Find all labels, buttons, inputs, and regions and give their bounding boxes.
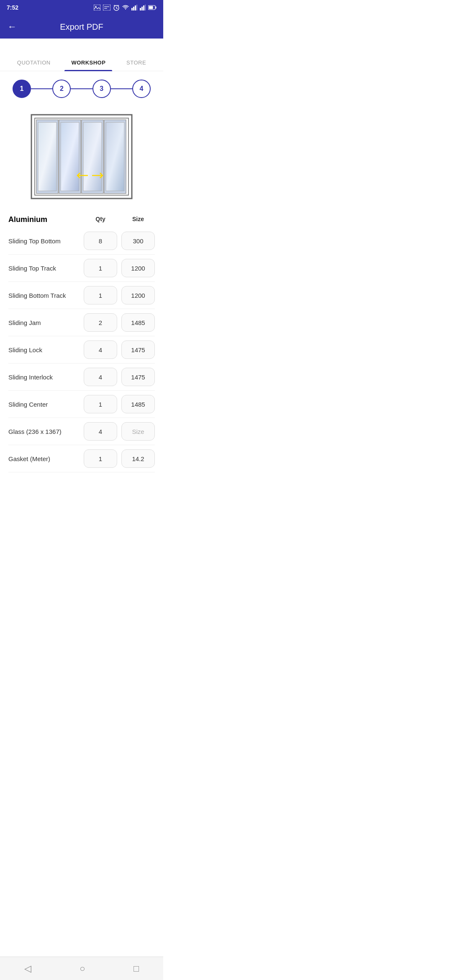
signal-icon-1 <box>131 5 137 10</box>
svg-rect-11 <box>133 7 134 10</box>
item-inputs: 11485 <box>84 395 155 413</box>
svg-rect-15 <box>141 7 143 10</box>
table-row: Sliding Jam21485 <box>8 309 155 336</box>
size-input[interactable]: 300 <box>121 232 155 250</box>
table-row: Glass (236 x 1367)4Size <box>8 418 155 445</box>
svg-rect-2 <box>103 5 110 10</box>
svg-rect-14 <box>140 8 141 10</box>
svg-rect-19 <box>149 6 153 9</box>
svg-rect-28 <box>83 122 102 191</box>
item-label: Sliding Interlock <box>8 374 84 381</box>
item-label: Sliding Top Track <box>8 265 84 272</box>
wave-decoration <box>0 39 163 51</box>
battery-icon <box>148 5 157 10</box>
item-label: Glass (236 x 1367) <box>8 428 84 435</box>
aluminium-section: Aluminium Qty Size Sliding Top Bottom830… <box>0 211 163 506</box>
qty-input[interactable]: 8 <box>84 232 117 250</box>
table-row: Sliding Top Bottom8300 <box>8 227 155 255</box>
size-input[interactable]: 1200 <box>121 259 155 277</box>
table-row: Sliding Top Track11200 <box>8 255 155 282</box>
app-header: ← Export PDF <box>0 15 163 39</box>
step-3[interactable]: 3 <box>92 80 111 98</box>
item-inputs: 41475 <box>84 340 155 359</box>
status-bar: 7:52 <box>0 0 163 15</box>
items-list: Sliding Top Bottom8300Sliding Top Track1… <box>8 227 155 472</box>
size-input[interactable]: Size <box>121 422 155 441</box>
svg-rect-10 <box>131 8 133 10</box>
size-header: Size <box>121 216 155 222</box>
tab-quotation[interactable]: QUOTATION <box>10 54 57 71</box>
qty-input[interactable]: 1 <box>84 259 117 277</box>
qty-input[interactable]: 2 <box>84 313 117 332</box>
table-row: Sliding Center11485 <box>8 391 155 418</box>
item-inputs: 4Size <box>84 422 155 441</box>
tab-workshop[interactable]: WORKSHOP <box>64 54 112 71</box>
item-label: Sliding Top Bottom <box>8 237 84 245</box>
size-input[interactable]: 1485 <box>121 395 155 413</box>
qty-header: Qty <box>84 216 117 222</box>
door-illustration <box>0 106 163 211</box>
item-label: Sliding Jam <box>8 319 84 326</box>
step-line-1 <box>31 88 52 89</box>
svg-rect-20 <box>156 7 157 9</box>
table-row: Sliding Interlock41475 <box>8 364 155 391</box>
item-inputs: 8300 <box>84 232 155 250</box>
item-label: Gasket (Meter) <box>8 455 84 462</box>
step-2[interactable]: 2 <box>52 80 71 98</box>
item-label: Sliding Lock <box>8 346 84 353</box>
svg-rect-13 <box>136 5 137 10</box>
page-title: Export PDF <box>8 22 155 32</box>
size-input[interactable]: 1475 <box>121 340 155 359</box>
item-inputs: 114.2 <box>84 449 155 468</box>
svg-rect-0 <box>94 5 100 10</box>
svg-rect-30 <box>106 122 124 191</box>
step-4[interactable]: 4 <box>132 80 151 98</box>
back-button[interactable]: ← <box>8 21 17 32</box>
table-row: Sliding Bottom Track11200 <box>8 282 155 309</box>
qty-input[interactable]: 4 <box>84 368 117 386</box>
qty-input[interactable]: 1 <box>84 286 117 304</box>
item-label: Sliding Center <box>8 401 84 408</box>
qty-input[interactable]: 4 <box>84 422 117 441</box>
table-row: Sliding Lock41475 <box>8 336 155 364</box>
alarm-icon <box>113 4 120 11</box>
svg-rect-26 <box>61 122 79 191</box>
status-time: 7:52 <box>7 4 18 11</box>
section-title: Aluminium <box>8 215 84 224</box>
signal-icon-2 <box>140 5 146 10</box>
svg-rect-17 <box>145 5 146 10</box>
tab-bar: QUOTATION WORKSHOP STORE <box>0 54 163 71</box>
table-row: Gasket (Meter)114.2 <box>8 445 155 472</box>
wifi-icon <box>122 5 129 10</box>
qty-input[interactable]: 1 <box>84 395 117 413</box>
image-icon <box>94 5 100 10</box>
qty-input[interactable]: 1 <box>84 449 117 468</box>
step-line-3 <box>111 88 132 89</box>
subtitle-icon <box>103 5 110 10</box>
status-icons <box>94 4 157 11</box>
item-label: Sliding Bottom Track <box>8 292 84 299</box>
step-line-2 <box>71 88 92 89</box>
tab-store[interactable]: STORE <box>120 54 153 71</box>
item-inputs: 21485 <box>84 313 155 332</box>
section-header: Aluminium Qty Size <box>8 215 155 224</box>
step-1[interactable]: 1 <box>13 80 31 98</box>
step-indicator: 1 2 3 4 <box>0 71 163 106</box>
item-inputs: 11200 <box>84 286 155 304</box>
column-headers: Qty Size <box>84 216 155 222</box>
item-inputs: 11200 <box>84 259 155 277</box>
size-input[interactable]: 14.2 <box>121 449 155 468</box>
size-input[interactable]: 1475 <box>121 368 155 386</box>
size-input[interactable]: 1200 <box>121 286 155 304</box>
svg-rect-12 <box>135 5 136 10</box>
qty-input[interactable]: 4 <box>84 340 117 359</box>
item-inputs: 41475 <box>84 368 155 386</box>
svg-rect-24 <box>38 122 56 191</box>
size-input[interactable]: 1485 <box>121 313 155 332</box>
svg-rect-16 <box>143 5 144 10</box>
